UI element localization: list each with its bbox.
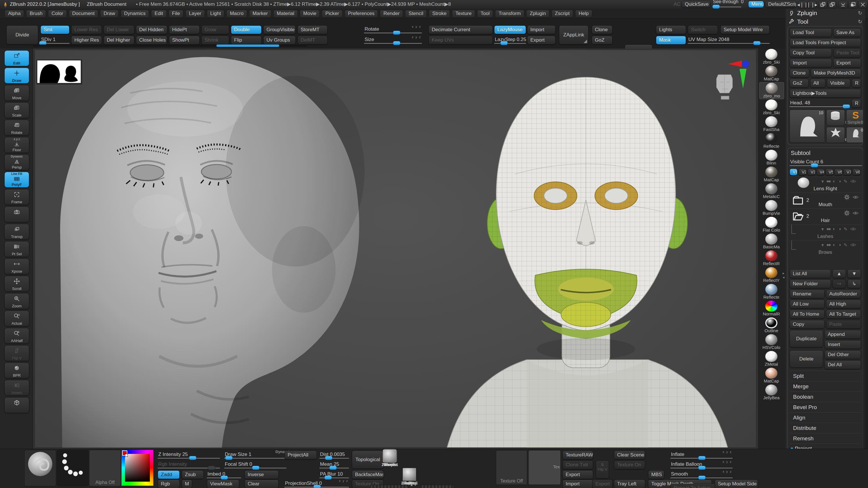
lights-button[interactable]: Lights — [656, 26, 686, 34]
export-button[interactable]: Export — [833, 59, 861, 67]
v8-button[interactable]: V8 — [852, 168, 860, 175]
see-through-slider[interactable]: See-through 0 — [712, 0, 741, 8]
menu-material[interactable]: Material — [273, 10, 298, 18]
tool-palette-header[interactable]: Tool ↻ — [787, 18, 863, 26]
slider-knob[interactable] — [393, 31, 400, 35]
zsub-button[interactable]: Zsub — [182, 470, 204, 479]
color-picker[interactable] — [122, 450, 153, 486]
move-button[interactable]: MMove — [4, 85, 29, 101]
menu-light[interactable]: Light — [207, 10, 224, 18]
texture-thumbnail[interactable]: Tex — [528, 450, 561, 485]
slider-knob[interactable] — [500, 41, 508, 45]
goz-button[interactable]: GoZ — [592, 36, 613, 44]
subtool-up-button[interactable]: ▲ — [832, 269, 846, 278]
v4-button[interactable]: V4 — [816, 168, 824, 175]
showpt-button[interactable]: ShowPt — [169, 36, 199, 44]
menu-stroke[interactable]: Stroke — [429, 10, 450, 18]
slider-knob[interactable] — [753, 41, 761, 45]
shelf-scrollbar[interactable] — [33, 44, 307, 47]
subtool-mini-icons[interactable]: ▾●●◐◑✎ — [822, 178, 857, 185]
subtool-brows[interactable]: ▾●●◐◑✎Brows — [789, 240, 861, 256]
material-reflectr[interactable]: ReflectR — [759, 250, 783, 267]
export-button[interactable]: Export — [562, 470, 593, 479]
gear-icon[interactable] — [844, 210, 850, 216]
menu-document[interactable]: Document — [69, 10, 98, 18]
group-windows-icon[interactable] — [818, 1, 828, 8]
menu-macro[interactable]: Macro — [226, 10, 247, 18]
frame-button[interactable]: Frame — [4, 189, 29, 205]
restore-button[interactable] — [848, 1, 858, 8]
duplicate-button[interactable]: Duplicate — [789, 330, 823, 348]
menu-file[interactable]: File — [169, 10, 183, 18]
subtool-hair[interactable]: 2Hair — [789, 208, 861, 224]
subtool-header[interactable]: Subtool — [789, 148, 861, 158]
eye-icon[interactable] — [850, 226, 857, 232]
xyz-modifiers[interactable]: x y z — [722, 450, 732, 454]
visible-button[interactable]: Visible — [827, 79, 850, 88]
load-tools-from-project-button[interactable]: Load Tools From Project — [789, 38, 861, 47]
all-low-button[interactable]: All Low — [789, 300, 825, 308]
persp-button[interactable]: DynamicPersp — [4, 154, 29, 170]
mask-button[interactable]: Mask — [656, 36, 686, 44]
divide-button[interactable]: Divide — [6, 26, 38, 44]
export-button[interactable]: Export — [527, 36, 556, 44]
rotate-button[interactable]: RRotate — [4, 120, 29, 136]
slider-knob[interactable] — [189, 456, 196, 460]
material-matcap[interactable]: MatCap — [759, 66, 783, 82]
aahalf-button[interactable]: AAHalf — [4, 328, 29, 344]
section-bevel-pro[interactable]: Bevel Pro — [789, 402, 861, 412]
setup-model-wire-button[interactable]: Setup Model Wire — [720, 26, 770, 34]
section-distribute[interactable]: Distribute — [789, 423, 861, 433]
rename-button[interactable]: Rename — [789, 290, 825, 298]
setup-model-side-button[interactable]: Setup Model Side — [715, 480, 758, 488]
menu-render[interactable]: Render — [380, 10, 403, 18]
tool-simplebrush[interactable]: S SimpleB — [846, 109, 865, 126]
slider-knob[interactable] — [698, 466, 706, 470]
autoreorder-button[interactable]: AutoReorder — [826, 290, 861, 298]
pt-sel-button[interactable]: Pt Sel — [4, 241, 29, 257]
menu-draw[interactable]: Draw — [100, 10, 119, 18]
subtool-mini-icons[interactable]: ▾●●◐◑✎ — [822, 226, 857, 232]
insert-button[interactable]: Insert — [825, 340, 861, 349]
m-button[interactable]: M — [182, 480, 192, 488]
dist-slider[interactable]: Dist 0.0035 — [319, 451, 349, 459]
tool-polymesh-star[interactable]: PolyMes — [826, 127, 845, 143]
slider-knob[interactable] — [393, 41, 400, 45]
import-button[interactable]: Import — [789, 59, 832, 67]
close-holes-button[interactable]: Close Holes — [136, 36, 167, 44]
projectall-button[interactable]: ProjectAll — [284, 451, 317, 459]
quicksave-button[interactable]: QuickSave — [682, 1, 711, 8]
mbs-button[interactable]: MBS — [648, 470, 664, 479]
uv-map-size-slider[interactable]: UV Map Size 2048 — [688, 36, 770, 44]
list-all-button[interactable]: List All — [789, 269, 831, 278]
menu-layer[interactable]: Layer — [185, 10, 205, 18]
panel-scrollbar[interactable] — [863, 20, 865, 471]
menu-marker[interactable]: Marker — [249, 10, 271, 18]
rgb-button[interactable]: Rgb — [158, 480, 180, 488]
clone-button[interactable]: Clone — [789, 69, 809, 77]
doc-scrollbar-left[interactable] — [370, 485, 408, 488]
menu-picker[interactable]: Picker — [322, 10, 342, 18]
make-polymesh3d-button[interactable]: Make PolyMesh3D — [811, 69, 861, 77]
import-button[interactable]: Import — [527, 26, 556, 34]
reload-icon[interactable]: ↻ — [858, 19, 862, 25]
slider-knob[interactable] — [698, 476, 706, 480]
clear-scene-button[interactable]: Clear Scene — [614, 451, 645, 459]
all-to-target-button[interactable]: All To Target — [826, 310, 861, 319]
mean-slider[interactable]: Mean 25 — [319, 460, 349, 469]
material-zbro-mo[interactable]: zbro_mo — [759, 82, 784, 99]
material-normalr[interactable]: NormalR — [759, 301, 783, 317]
save-as-button[interactable]: Save As — [833, 28, 861, 37]
material-metalicc[interactable]: MetalicC — [759, 183, 783, 200]
subtool-move-in-button[interactable]: ↳ — [847, 280, 861, 288]
material-blinn[interactable]: Blinn — [759, 150, 783, 166]
material-hsvcolo[interactable]: HSVColo — [759, 334, 783, 351]
menu-texture[interactable]: Texture — [452, 10, 475, 18]
material-zbro-ski[interactable]: zbro_Ski — [759, 99, 783, 116]
active-tool-thumbnail[interactable]: 10 Head — [789, 109, 825, 142]
material-basicma[interactable]: BasicMa — [759, 234, 783, 250]
zapplink-button[interactable]: ZAppLink — [559, 26, 589, 44]
delete-button[interactable]: Delete — [789, 350, 823, 368]
edit-button[interactable]: Edit — [4, 50, 29, 66]
local-box-button[interactable] — [4, 397, 29, 413]
